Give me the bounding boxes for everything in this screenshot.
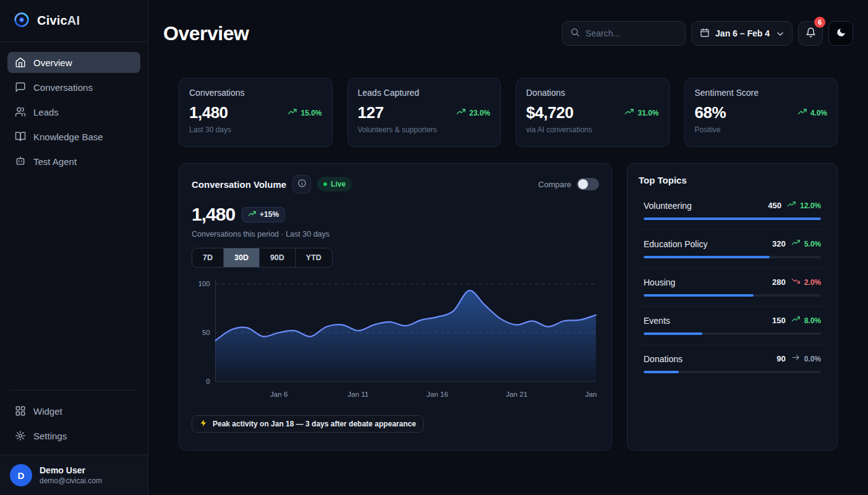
stat-main-row: 68%4.0% [695,103,828,122]
topic-item-education-policy: Education Policy3205.0% [636,229,828,268]
stat-value: 127 [358,103,384,122]
sidebar-spacer [0,177,148,385]
sidebar-item-settings[interactable]: Settings [7,425,140,446]
stat-label: Leads Captured [358,88,491,98]
stat-trend: 15.0% [287,107,321,119]
app-root: CivicAI OverviewConversationsLeadsKnowle… [0,0,868,495]
zap-icon [200,419,208,429]
info-button[interactable] [292,175,311,193]
gear-icon [15,430,26,441]
sidebar-item-knowledge-base[interactable]: Knowledge Base [7,126,140,147]
topic-progress-fill [644,332,702,335]
topic-value: 450 [768,201,781,210]
topic-row: Volunteering45012.0% [644,200,821,211]
trend-up-icon [791,315,801,326]
sidebar-footer-nav: WidgetSettings [0,396,148,455]
topics-list: Volunteering45012.0%Education Policy3205… [636,192,828,383]
stat-main-row: 1,48015.0% [189,103,322,122]
compare-toggle[interactable] [577,178,599,190]
range-button-30d[interactable]: 30D [224,248,260,267]
topic-row: Events1508.0% [644,315,821,326]
peak-annotation-label: Peak activity on Jan 18 — 3 days after d… [213,420,416,428]
stat-trend: 23.0% [456,107,490,119]
trend-up-icon [248,209,257,220]
user-profile[interactable]: D Demo User demo@civicai.com [0,455,148,495]
topic-value: 150 [772,316,786,325]
topic-value: 320 [772,239,786,248]
topic-progress-track [644,256,821,258]
svg-text:100: 100 [198,280,210,287]
topic-progress-fill [644,371,679,373]
header-controls: Jan 6 – Feb 4 6 [562,21,853,46]
sidebar-item-test-agent[interactable]: Test Agent [7,151,140,172]
volume-card-title: Conversation Volume [192,179,286,190]
notifications-button[interactable]: 6 [798,21,823,46]
top-topics-title: Top Topics [636,175,828,185]
sidebar-item-leads[interactable]: Leads [7,101,140,122]
range-button-90d[interactable]: 90D [260,248,296,267]
stat-main-row: 12723.0% [358,103,491,122]
stat-trend-label: 4.0% [811,109,827,117]
charts-row: Conversation Volume Live Compare [179,163,838,451]
search-icon [570,27,580,40]
stat-card-donations: Donations$4,72031.0%via AI conversations [516,78,670,147]
info-icon [297,179,307,190]
volume-delta-badge: +15% [242,207,285,222]
volume-subtitle: Conversations this period · Last 30 days [192,230,599,239]
notification-badge: 6 [814,17,825,28]
dark-mode-toggle-button[interactable] [828,21,853,46]
stat-value: 68% [695,103,726,122]
area-chart: 050100Jan 6Jan 11Jan 16Jan 21Jan 26 [192,276,599,409]
trend-up-icon [787,200,796,211]
topic-value: 280 [772,277,786,287]
trend-flat-icon [791,353,801,365]
compare-label: Compare [538,180,571,189]
avatar: D [10,464,32,486]
main-content: Overview Jan 6 – Feb 4 [148,0,868,495]
date-range-label: Jan 6 – Feb 4 [715,28,770,38]
search-box [562,21,686,46]
topic-item-volunteering: Volunteering45012.0% [636,192,828,229]
stat-card-leads-captured: Leads Captured12723.0%Volunteers & suppo… [347,78,501,147]
svg-text:Jan 16: Jan 16 [427,390,448,398]
stat-value: 1,480 [189,103,228,122]
volume-chart-area: 050100Jan 6Jan 11Jan 16Jan 21Jan 26 [192,276,599,409]
stat-trend-label: 31.0% [637,109,658,117]
stat-main-row: $4,72031.0% [526,103,659,122]
topic-progress-fill [644,294,754,297]
page-header: Overview Jan 6 – Feb 4 [163,0,853,67]
range-button-7d[interactable]: 7D [192,248,224,267]
brand-name: CivicAI [37,14,80,28]
stat-trend-label: 15.0% [300,109,321,117]
sidebar-item-overview[interactable]: Overview [7,52,140,73]
page-title: Overview [163,22,249,45]
live-badge: Live [317,177,352,192]
sidebar-item-conversations[interactable]: Conversations [7,77,140,98]
trend-down-icon [791,276,801,288]
stat-trend-label: 23.0% [469,109,490,117]
stat-subtitle: Volunteers & supporters [358,125,491,134]
volume-delta-label: +15% [260,210,279,219]
trend-up-icon [798,107,807,119]
topic-trend-label: 8.0% [804,316,821,325]
stat-label: Conversations [189,88,322,98]
volume-card-header: Conversation Volume Live Compare [192,175,599,193]
user-email: demo@civicai.com [40,476,102,485]
topic-row: Donations900.0% [644,353,821,365]
range-button-ytd[interactable]: YTD [296,248,332,267]
volume-value-row: 1,480 +15% [192,204,599,225]
chevron-down-icon [775,29,784,38]
sidebar-item-label: Test Agent [33,156,77,167]
search-input[interactable] [585,28,672,38]
top-topics-card: Top Topics Volunteering45012.0%Education… [627,163,838,451]
dashboard-content: Conversations1,48015.0%Last 30 daysLeads… [179,78,838,451]
topic-metrics: 3205.0% [772,238,821,250]
sidebar-item-label: Conversations [33,82,93,93]
date-range-button[interactable]: Jan 6 – Feb 4 [691,21,793,46]
topic-label: Education Policy [644,239,708,249]
svg-text:Jan 26: Jan 26 [585,390,599,398]
topic-metrics: 1508.0% [772,315,821,326]
stat-label: Sentiment Score [695,88,828,98]
sidebar-item-widget[interactable]: Widget [7,400,140,421]
sidebar-nav: OverviewConversationsLeadsKnowledge Base… [0,42,148,177]
